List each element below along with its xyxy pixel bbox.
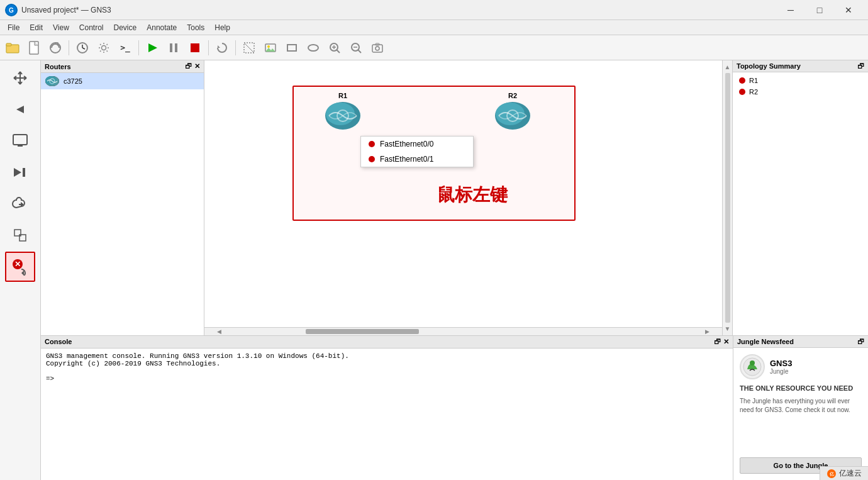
topology-node-r2[interactable]: R2	[733, 86, 868, 98]
reset-error-button[interactable]: ✕	[5, 252, 35, 282]
svg-point-18	[267, 45, 270, 48]
minimize-button[interactable]: ─	[776, 0, 805, 20]
window-controls: ─ □ ✕	[776, 0, 863, 20]
svg-marker-10	[148, 43, 157, 52]
svg-point-9	[102, 45, 106, 50]
jungle-description: The Jungle has everything you will ever …	[740, 397, 862, 415]
back-button[interactable]	[5, 94, 35, 125]
maximize-button[interactable]: □	[805, 0, 834, 20]
main-body: ✕ Routers 🗗 ✕	[0, 60, 868, 480]
skip-button[interactable]	[5, 157, 35, 187]
move-button[interactable]	[5, 63, 35, 93]
pause-button[interactable]	[164, 38, 184, 58]
toolbar-sep-1	[69, 40, 69, 55]
open-folder-button[interactable]	[3, 38, 23, 58]
device-name-c3725: c3725	[64, 77, 82, 85]
config-button[interactable]	[94, 38, 114, 58]
annotation-text: 鼠标左键	[437, 183, 508, 207]
reload-button[interactable]	[212, 38, 232, 58]
svg-point-20	[308, 45, 318, 51]
device-panel-close[interactable]: ✕	[194, 62, 200, 70]
svg-marker-14	[218, 45, 220, 48]
r2-status-dot	[739, 89, 745, 95]
r1-topo-label: R1	[749, 77, 758, 84]
bottom-area: Console 🗗 ✕ GNS3 management console. Run…	[41, 335, 868, 480]
topology-restore[interactable]: 🗗	[857, 62, 864, 70]
device-panel-controls: 🗗 ✕	[185, 62, 200, 70]
svg-line-8	[82, 48, 85, 49]
fe00-label: FastEthernet0/0	[380, 140, 433, 148]
router-r1-icon	[324, 101, 362, 131]
console-restore[interactable]: 🗗	[714, 338, 721, 346]
topology-summary: Topology Summary 🗗 R1 R2	[733, 60, 868, 335]
edit-mode-button[interactable]	[239, 38, 259, 58]
menu-device[interactable]: Device	[109, 22, 142, 33]
toolbar: >_	[0, 35, 868, 60]
cloud-button[interactable]	[5, 189, 35, 219]
watermark: 亿 亿速云	[820, 466, 868, 480]
start-all-button[interactable]	[142, 38, 162, 58]
left-sidebar: ✕	[0, 60, 41, 480]
router-r2[interactable]: R2	[494, 92, 531, 131]
jungle-logo-name: GNS3	[770, 359, 792, 369]
canvas-scrollbar-v[interactable]: ▲ ▼	[722, 60, 732, 335]
window-title: Unsaved project* — GNS3	[21, 6, 111, 14]
menu-help[interactable]: Help	[209, 22, 235, 33]
open-file-button[interactable]	[24, 38, 44, 58]
app-icon: G	[5, 4, 18, 16]
svg-rect-3	[6, 43, 11, 46]
canvas-area[interactable]: ▲ ▼ R1	[204, 60, 733, 335]
svg-rect-13	[191, 43, 199, 52]
jungle-logo-icon	[740, 354, 765, 379]
svg-rect-36	[23, 168, 25, 177]
stop-all-button[interactable]	[185, 38, 205, 58]
menu-view[interactable]: View	[48, 22, 74, 33]
ellipse-button[interactable]	[303, 38, 323, 58]
svg-text:G: G	[9, 7, 14, 14]
console-button[interactable]: >_	[115, 38, 135, 58]
console-output: GNS3 management console. Running GNS3 ve…	[41, 349, 733, 480]
svg-marker-31	[16, 106, 24, 113]
device-item-c3725[interactable]: c3725	[41, 73, 204, 89]
titlebar: G Unsaved project* — GNS3 ─ □ ✕	[0, 0, 868, 20]
menu-edit[interactable]: Edit	[25, 22, 48, 33]
svg-text:亿: 亿	[829, 472, 835, 476]
svg-line-16	[244, 43, 254, 53]
menu-control[interactable]: Control	[74, 22, 109, 33]
canvas-scrollbar-h[interactable]: ◀ ▶	[204, 327, 722, 335]
clock-button[interactable]	[72, 38, 92, 58]
screenshot-capture-button[interactable]	[367, 38, 387, 58]
menu-annotate[interactable]: Annotate	[142, 22, 182, 33]
zoom-in-button[interactable]	[325, 38, 345, 58]
monitor-button[interactable]	[5, 126, 35, 156]
jungle-logo-texts: GNS3 Jungle	[770, 359, 792, 376]
image-button[interactable]	[260, 38, 281, 58]
snapshot-button[interactable]	[45, 38, 65, 58]
svg-rect-11	[170, 43, 172, 52]
jungle-title: Jungle Newsfeed	[737, 338, 794, 345]
context-menu-fe01[interactable]: FastEthernet0/1	[361, 152, 473, 167]
svg-rect-19	[287, 45, 296, 51]
context-menu-fe00[interactable]: FastEthernet0/0	[361, 137, 473, 152]
close-button[interactable]: ✕	[834, 0, 863, 20]
r2-topo-label: R2	[749, 88, 758, 96]
r1-status-dot	[739, 77, 745, 84]
jungle-logo-subtitle: Jungle	[770, 368, 792, 375]
menu-file[interactable]: File	[3, 22, 25, 33]
jungle-restore[interactable]: 🗗	[857, 338, 864, 345]
resize-button[interactable]	[5, 220, 35, 250]
rect-button[interactable]	[282, 38, 302, 58]
device-panel-restore[interactable]: 🗗	[185, 62, 192, 70]
svg-text:✕: ✕	[14, 260, 21, 269]
toolbar-sep-3	[208, 40, 209, 55]
zoom-out-button[interactable]	[346, 38, 366, 58]
console-close[interactable]: ✕	[723, 338, 729, 346]
menu-tools[interactable]: Tools	[182, 22, 209, 33]
jungle-content: GNS3 Jungle THE ONLY RESOURCE YOU NEED T…	[733, 348, 868, 480]
svg-line-22	[337, 50, 340, 53]
router-r2-icon	[494, 101, 531, 131]
router-r1[interactable]: R1	[324, 92, 362, 131]
toolbar-sep-2	[138, 40, 139, 55]
console-panel-header: Console 🗗 ✕	[41, 336, 733, 349]
topology-node-r1[interactable]: R1	[733, 75, 868, 86]
